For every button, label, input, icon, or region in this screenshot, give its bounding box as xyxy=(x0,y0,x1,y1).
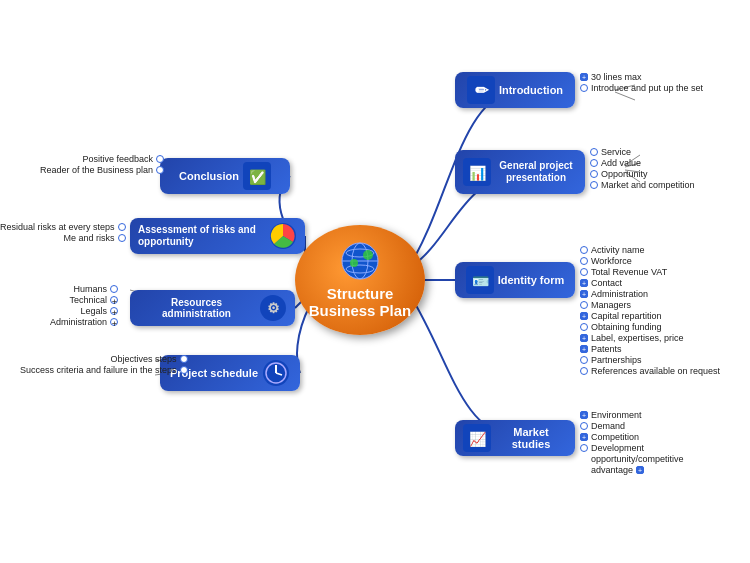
central-node: Structure Business Plan xyxy=(295,225,425,335)
market-label: Market studies xyxy=(495,426,567,450)
market-icon: 📈 xyxy=(463,424,491,452)
conclusion-icon: ✅ xyxy=(243,162,271,190)
identity-subitems: Activity name Workforce Total Revenue VA… xyxy=(580,245,720,377)
node-conclusion[interactable]: Conclusion ✅ xyxy=(160,158,290,194)
svg-text:✅: ✅ xyxy=(248,169,266,186)
identity-label: Identity form xyxy=(498,274,565,286)
resources-icon: ⚙ xyxy=(259,294,287,322)
schedule-icon xyxy=(262,359,290,387)
node-identity[interactable]: 🪪 Identity form xyxy=(455,262,575,298)
conclusion-label: Conclusion xyxy=(179,170,239,182)
assessment-icon xyxy=(269,222,297,250)
svg-text:📈: 📈 xyxy=(469,431,487,448)
node-resources[interactable]: Resources administration ⚙ xyxy=(130,290,295,326)
resources-subitems: Humans Technical+ Legals+ Administration… xyxy=(50,284,118,328)
svg-text:✏: ✏ xyxy=(474,82,489,99)
general-subitems: Service Add value Opportunity Market and… xyxy=(590,147,695,191)
schedule-subitems: Objectives steps Success criteria and fa… xyxy=(20,354,188,376)
svg-text:⚙: ⚙ xyxy=(267,300,280,316)
svg-text:🪪: 🪪 xyxy=(471,273,489,290)
node-market[interactable]: 📈 Market studies xyxy=(455,420,575,456)
assessment-label: Assessment of risks and opportunity xyxy=(138,224,265,248)
globe-icon xyxy=(340,241,380,281)
central-line2: Business Plan xyxy=(309,302,412,319)
assessment-subitems: Residual risks at every steps Me and ris… xyxy=(0,222,126,244)
node-introduction[interactable]: ✏ Introduction xyxy=(455,72,575,108)
svg-point-22 xyxy=(350,259,358,267)
identity-icon: 🪪 xyxy=(466,266,494,294)
general-label: General project presentation xyxy=(495,160,577,184)
general-icon: 📊 xyxy=(463,158,491,186)
svg-point-21 xyxy=(363,250,373,260)
central-line1: Structure xyxy=(327,285,394,302)
conclusion-subitems: Positive feedback Reader of the Business… xyxy=(40,154,164,176)
node-assessment[interactable]: Assessment of risks and opportunity xyxy=(130,218,305,254)
resources-label: Resources administration xyxy=(138,297,255,319)
introduction-icon: ✏ xyxy=(467,76,495,104)
introduction-label: Introduction xyxy=(499,84,563,96)
node-general[interactable]: 📊 General project presentation xyxy=(455,150,585,194)
market-subitems: +Environment Demand +Competition Develop… xyxy=(580,410,684,476)
svg-text:📊: 📊 xyxy=(469,165,487,182)
introduction-subitems: +30 lines max Introduce and put up the s… xyxy=(580,72,703,94)
